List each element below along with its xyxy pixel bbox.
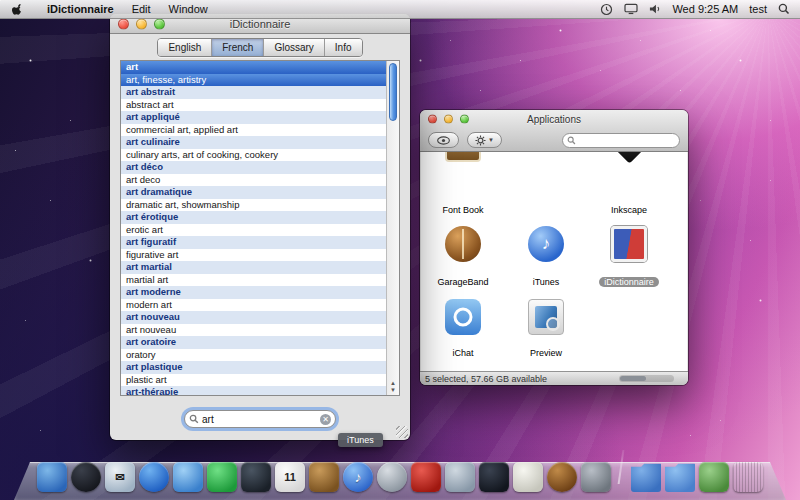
dock-app-red-icon[interactable] [411, 462, 441, 492]
entry-translation[interactable]: commercial art, applied art [121, 124, 386, 137]
time-machine-icon[interactable] [600, 3, 613, 16]
app-label[interactable]: iDictionnaire [589, 277, 669, 287]
menu-idictionnaire[interactable]: iDictionnaire [38, 0, 123, 19]
entry-translation[interactable]: art nouveau [121, 324, 386, 337]
quick-look-button[interactable] [428, 132, 459, 148]
finder-window-title: Applications [527, 114, 581, 125]
minimize-button[interactable] [136, 18, 147, 29]
entry-term[interactable]: art culinaire [121, 136, 386, 149]
volume-icon[interactable] [649, 3, 661, 15]
zoom-button[interactable] [154, 18, 165, 29]
app-label[interactable]: Font Book [423, 205, 503, 215]
search-input-value[interactable]: art [199, 414, 320, 425]
dock-photo-booth-icon[interactable] [241, 462, 271, 492]
tab-english[interactable]: English [158, 39, 212, 56]
dock-safari-icon[interactable] [139, 462, 169, 492]
app-label[interactable]: iTunes [506, 277, 586, 287]
entry-translation[interactable]: figurative art [121, 249, 386, 262]
close-button[interactable] [428, 115, 437, 124]
entry-term[interactable]: art plastique [121, 361, 386, 374]
entry-translation[interactable]: martial art [121, 274, 386, 287]
entry-translation[interactable]: erotic art [121, 224, 386, 237]
dock-system-preferences-icon[interactable] [581, 462, 611, 492]
entry-translation[interactable]: art deco [121, 174, 386, 187]
app-label[interactable]: iChat [423, 348, 503, 358]
dock-preview-icon[interactable] [445, 462, 475, 492]
chevron-down-icon: ▼ [488, 137, 494, 143]
dock-dvd-player-icon[interactable] [377, 462, 407, 492]
entry-term[interactable]: art-thérapie [121, 386, 386, 395]
dock-ichat-icon[interactable] [173, 462, 203, 492]
close-button[interactable] [118, 18, 129, 29]
dock-downloads-stack-icon[interactable] [699, 462, 729, 492]
menu-edit[interactable]: Edit [123, 0, 160, 19]
app-label[interactable]: Inkscape [589, 205, 669, 215]
menu-bar-user[interactable]: test [749, 3, 767, 15]
entry-translation[interactable]: oratory [121, 349, 386, 362]
entry-term[interactable]: art martial [121, 261, 386, 274]
scrollbar-thumb[interactable] [620, 376, 646, 381]
dock-address-book-icon[interactable] [309, 462, 339, 492]
dock-itunes-icon[interactable]: ♪ [343, 462, 373, 492]
entry-term[interactable]: art figuratif [121, 236, 386, 249]
dock-facetime-icon[interactable] [207, 462, 237, 492]
app-icon-garageband[interactable] [445, 226, 481, 262]
dock-design-app-icon[interactable] [513, 462, 543, 492]
scrollbar-thumb[interactable] [389, 63, 397, 121]
entry-translation[interactable]: plastic art [121, 374, 386, 387]
dock-documents-folder-icon[interactable] [665, 462, 695, 492]
app-label[interactable]: GarageBand [423, 277, 503, 287]
scrollbar-arrows[interactable]: ▲▼ [387, 380, 399, 394]
dock-dashboard-icon[interactable] [71, 462, 101, 492]
entry-term[interactable]: art nouveau [121, 311, 386, 324]
app-icon-fontbook[interactable] [445, 152, 481, 162]
action-menu-button[interactable]: ▼ [467, 132, 502, 148]
displays-icon[interactable] [624, 3, 638, 15]
zoom-button[interactable] [460, 115, 469, 124]
entry-term[interactable]: art dramatique [121, 186, 386, 199]
dock-finder-icon[interactable] [37, 462, 67, 492]
clear-search-icon[interactable]: ✕ [320, 414, 331, 425]
dock-items: ✉11♪ [37, 450, 763, 500]
entry-term[interactable]: art abstrait [121, 86, 386, 99]
dock-applications-folder-icon[interactable] [631, 462, 661, 492]
dock-mail-icon[interactable]: ✉ [105, 462, 135, 492]
finder-title-bar[interactable]: Applications [420, 110, 688, 128]
dock-tooltip: iTunes [338, 433, 383, 447]
entry-translation[interactable]: modern art [121, 299, 386, 312]
entry-term[interactable]: art [121, 61, 386, 74]
app-icon-itunes[interactable] [528, 226, 564, 262]
menu-window[interactable]: Window [160, 0, 217, 19]
entry-translation[interactable]: abstract art [121, 99, 386, 112]
entry-term[interactable]: art érotique [121, 211, 386, 224]
minimize-button[interactable] [444, 115, 453, 124]
dock-trash-icon[interactable] [733, 462, 763, 492]
entry-term[interactable]: art appliqué [121, 111, 386, 124]
apple-menu-icon[interactable] [12, 3, 24, 16]
entry-translation[interactable]: art, finesse, artistry [121, 74, 386, 87]
spotlight-icon[interactable] [778, 3, 790, 15]
dock-photos-app-icon[interactable] [479, 462, 509, 492]
tab-glossary[interactable]: Glossary [264, 39, 324, 56]
finder-search-field[interactable] [562, 133, 680, 148]
resize-grip[interactable] [396, 426, 408, 438]
app-icon-preview[interactable] [528, 299, 564, 335]
entry-term[interactable]: art moderne [121, 286, 386, 299]
entry-term[interactable]: art déco [121, 161, 386, 174]
app-icon-ichat[interactable] [445, 299, 481, 335]
dock-garageband-icon[interactable] [547, 462, 577, 492]
dock-divider [618, 450, 625, 484]
entry-translation[interactable]: dramatic art, showmanship [121, 199, 386, 212]
app-label[interactable]: Preview [506, 348, 586, 358]
horizontal-scrollbar[interactable] [619, 375, 674, 382]
app-icon-inkscape[interactable] [610, 152, 648, 164]
tab-info[interactable]: Info [325, 39, 362, 56]
tab-french[interactable]: French [212, 39, 264, 56]
app-icon-idictionnaire[interactable] [611, 226, 647, 262]
entry-translation[interactable]: culinary arts, art of cooking, cookery [121, 149, 386, 162]
dictionary-search-field[interactable]: art ✕ [184, 410, 336, 428]
menu-bar-clock[interactable]: Wed 9:25 AM [672, 3, 738, 15]
dock-ical-icon[interactable]: 11 [275, 462, 305, 492]
entry-term[interactable]: art oratoire [121, 336, 386, 349]
vertical-scrollbar[interactable]: ▲▼ [386, 61, 399, 395]
